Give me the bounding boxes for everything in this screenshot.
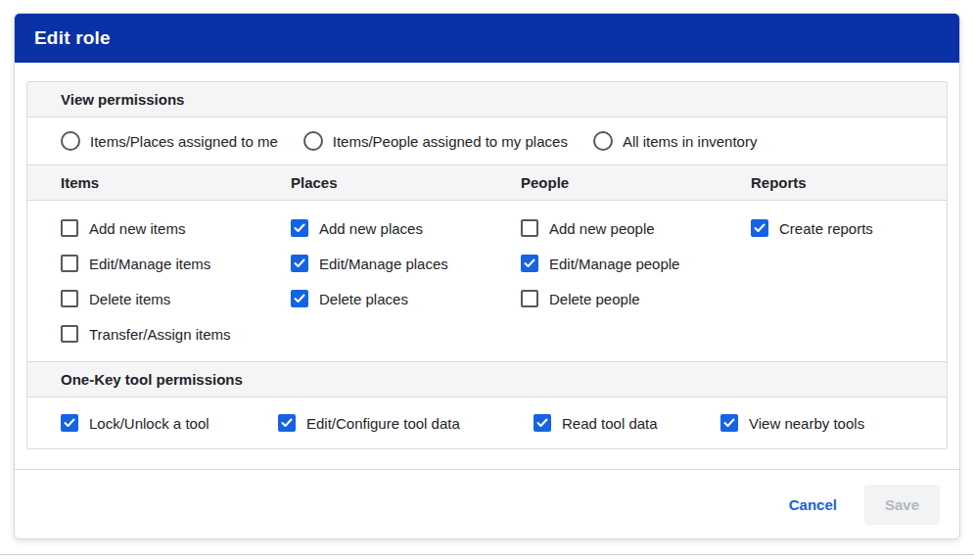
checkbox-unchecked-icon[interactable]	[61, 325, 78, 343]
radio-unselected-icon[interactable]	[303, 131, 323, 151]
dialog-body: View permissions Items/Places assigned t…	[15, 63, 959, 455]
checkbox-create-reports[interactable]: Create reports	[751, 210, 927, 246]
permission-checkbox-grid: Add new itemsEdit/Manage itemsDelete ite…	[27, 201, 947, 361]
checkbox-label: View nearby tools	[749, 415, 864, 432]
checkbox-label: Read tool data	[562, 415, 658, 432]
view-permissions-heading: View permissions	[27, 82, 947, 117]
checkbox-label: Edit/Manage items	[89, 256, 210, 272]
page-bottom-divider	[0, 554, 974, 555]
checkbox-checked-icon[interactable]	[533, 414, 551, 432]
dialog-title: Edit role	[34, 27, 111, 49]
column-header-places: Places	[291, 174, 521, 191]
one-key-heading: One-Key tool permissions	[27, 361, 947, 397]
checkbox-edit-manage-places[interactable]: Edit/Manage places	[291, 246, 521, 281]
checkbox-delete-places[interactable]: Delete places	[291, 281, 521, 316]
view-permissions-radio-group: Items/Places assigned to meItems/People …	[27, 117, 947, 165]
checkbox-add-new-items[interactable]: Add new items	[61, 210, 291, 246]
radio-option-items-people-assigned-to-my-places[interactable]: Items/People assigned to my places	[303, 131, 568, 151]
checkbox-checked-icon[interactable]	[291, 219, 308, 237]
checkbox-label: Delete items	[89, 291, 170, 307]
checkbox-edit-configure-tool-data[interactable]: Edit/Configure tool data	[278, 405, 533, 441]
checkbox-add-new-places[interactable]: Add new places	[291, 210, 521, 246]
radio-unselected-icon[interactable]	[61, 131, 80, 151]
radio-option-all-items-in-inventory[interactable]: All items in inventory	[593, 131, 758, 151]
dialog-footer: Cancel Save	[15, 469, 959, 538]
checkbox-label: Delete places	[319, 291, 408, 307]
checkbox-checked-icon[interactable]	[521, 255, 538, 272]
column-people: Add new peopleEdit/Manage peopleDelete p…	[521, 210, 751, 351]
permissions-panel: View permissions Items/Places assigned t…	[26, 81, 948, 449]
check-icon	[294, 294, 305, 303]
check-icon	[294, 223, 305, 233]
checkbox-unchecked-icon[interactable]	[521, 219, 538, 237]
checkbox-checked-icon[interactable]	[291, 255, 308, 272]
checkbox-checked-icon[interactable]	[291, 290, 308, 307]
checkbox-checked-icon[interactable]	[751, 219, 768, 237]
checkbox-checked-icon[interactable]	[720, 414, 738, 432]
checkbox-checked-icon[interactable]	[278, 414, 296, 432]
checkbox-edit-manage-people[interactable]: Edit/Manage people	[521, 246, 751, 281]
cancel-button[interactable]: Cancel	[789, 496, 837, 513]
radio-option-label: Items/People assigned to my places	[333, 133, 568, 150]
checkbox-delete-items[interactable]: Delete items	[61, 281, 291, 316]
permission-column-headers: ItemsPlacesPeopleReports	[27, 165, 947, 201]
radio-option-label: Items/Places assigned to me	[90, 133, 278, 150]
checkbox-label: Add new items	[89, 220, 185, 237]
checkbox-unchecked-icon[interactable]	[61, 255, 78, 272]
check-icon	[524, 258, 535, 268]
check-icon	[723, 418, 735, 428]
column-items: Add new itemsEdit/Manage itemsDelete ite…	[61, 210, 291, 351]
checkbox-unchecked-icon[interactable]	[61, 219, 78, 237]
column-reports: Create reports	[751, 210, 927, 351]
checkbox-view-nearby-tools[interactable]: View nearby tools	[720, 405, 927, 441]
checkbox-unchecked-icon[interactable]	[521, 290, 538, 307]
radio-option-label: All items in inventory	[623, 133, 758, 150]
checkbox-label: Create reports	[779, 220, 873, 237]
column-header-people: People	[521, 174, 751, 191]
checkbox-checked-icon[interactable]	[61, 414, 78, 432]
checkbox-label: Edit/Configure tool data	[306, 415, 460, 432]
checkbox-unchecked-icon[interactable]	[61, 290, 78, 307]
check-icon	[536, 418, 548, 428]
checkbox-label: Edit/Manage people	[549, 256, 679, 272]
checkbox-delete-people[interactable]: Delete people	[521, 281, 751, 316]
checkbox-label: Delete people	[549, 291, 640, 307]
column-header-reports: Reports	[751, 174, 927, 191]
checkbox-label: Transfer/Assign items	[89, 326, 231, 343]
checkbox-transfer-assign-items[interactable]: Transfer/Assign items	[61, 316, 291, 351]
save-button[interactable]: Save	[864, 485, 940, 525]
one-key-checkbox-row: Lock/Unlock a toolEdit/Configure tool da…	[27, 397, 947, 448]
dialog-header: Edit role	[15, 14, 959, 63]
column-places: Add new placesEdit/Manage placesDelete p…	[291, 210, 521, 351]
checkbox-label: Add new places	[319, 220, 423, 237]
check-icon	[294, 258, 305, 268]
check-icon	[281, 418, 293, 428]
checkbox-label: Add new people	[549, 220, 655, 237]
checkbox-edit-manage-items[interactable]: Edit/Manage items	[61, 246, 291, 281]
checkbox-read-tool-data[interactable]: Read tool data	[533, 405, 720, 441]
checkbox-label: Lock/Unlock a tool	[89, 415, 209, 432]
check-icon	[754, 223, 765, 233]
checkbox-lock-unlock-a-tool[interactable]: Lock/Unlock a tool	[61, 405, 278, 441]
edit-role-dialog: Edit role View permissions Items/Places …	[14, 13, 960, 539]
checkbox-label: Edit/Manage places	[319, 256, 448, 272]
radio-option-items-places-assigned-to-me[interactable]: Items/Places assigned to me	[61, 131, 278, 151]
column-header-items: Items	[61, 174, 291, 191]
checkbox-add-new-people[interactable]: Add new people	[521, 210, 751, 246]
radio-unselected-icon[interactable]	[593, 131, 613, 151]
check-icon	[64, 418, 75, 428]
